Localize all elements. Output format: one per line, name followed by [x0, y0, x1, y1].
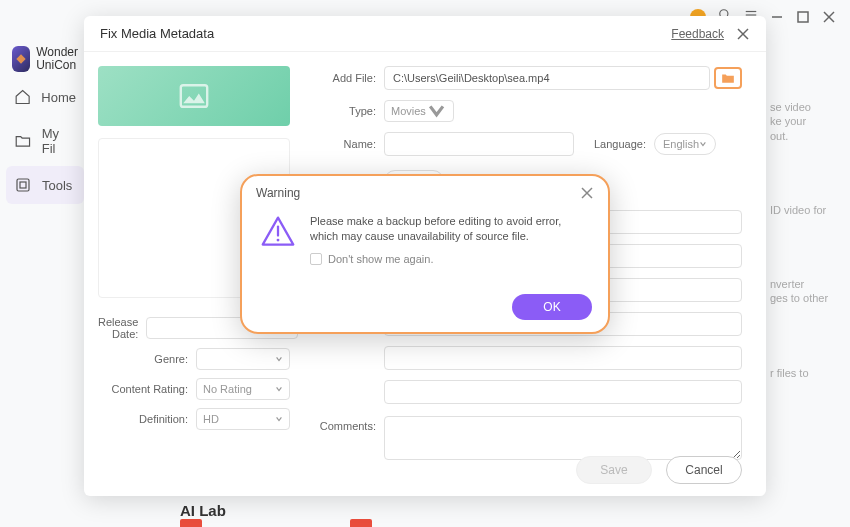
app-logo: WonderUniCon [0, 40, 90, 78]
save-button[interactable]: Save [576, 456, 652, 484]
warning-icon [260, 214, 296, 250]
ok-button[interactable]: OK [512, 294, 592, 320]
bg-text: r files to [770, 366, 830, 380]
image-icon [179, 84, 209, 108]
badge [350, 519, 372, 527]
folder-icon [721, 72, 735, 84]
metadata-field[interactable] [384, 380, 742, 404]
browse-button[interactable] [714, 67, 742, 89]
warning-title: Warning [256, 186, 300, 200]
minimize-button[interactable] [770, 10, 784, 24]
add-file-input[interactable] [384, 66, 710, 90]
chevron-down-icon [275, 415, 283, 423]
chevron-down-icon [275, 355, 283, 363]
field-label: Type: [312, 105, 376, 117]
svg-point-17 [277, 239, 280, 242]
field-label: Definition: [98, 413, 188, 425]
close-button[interactable] [822, 10, 836, 24]
field-label: Genre: [98, 353, 188, 365]
folder-icon [14, 132, 32, 150]
warning-message: Please make a backup before editing to a… [310, 214, 590, 245]
chevron-down-icon [699, 140, 707, 148]
language-select[interactable]: English [654, 133, 716, 155]
genre-select[interactable] [196, 348, 290, 370]
maximize-button[interactable] [796, 10, 810, 24]
feedback-link[interactable]: Feedback [671, 27, 724, 41]
svg-rect-10 [20, 182, 26, 188]
sidebar-item-tools[interactable]: Tools [6, 166, 84, 204]
chevron-down-icon [275, 385, 283, 393]
dialog-title: Fix Media Metadata [100, 26, 214, 41]
chevron-down-icon [426, 100, 447, 121]
brand-text-2: UniCon [36, 59, 78, 72]
field-label: Release Date: [98, 316, 138, 340]
logo-icon [12, 46, 30, 72]
close-icon[interactable] [736, 27, 750, 41]
type-select[interactable]: Movies [384, 100, 454, 122]
field-label: Language: [594, 138, 646, 150]
field-label: Content Rating: [98, 383, 188, 395]
home-icon [14, 88, 31, 106]
svg-rect-6 [798, 12, 808, 22]
svg-rect-13 [181, 85, 207, 107]
tools-icon [14, 176, 32, 194]
bg-text: nverterges to other [770, 277, 830, 306]
warning-dialog: Warning Please make a backup before edit… [240, 174, 610, 334]
bg-text: ID video for [770, 203, 830, 217]
section-heading: AI Lab [180, 502, 226, 519]
comments-input[interactable] [384, 416, 742, 460]
bg-text: se videoke yourout. [770, 100, 830, 143]
dont-show-checkbox[interactable] [310, 253, 322, 265]
cancel-button[interactable]: Cancel [666, 456, 742, 484]
badge [180, 519, 202, 527]
definition-select[interactable]: HD [196, 408, 290, 430]
sidebar-item-files[interactable]: My Fil [0, 116, 90, 166]
field-label: Comments: [312, 416, 376, 432]
sidebar-item-label: My Fil [42, 126, 76, 156]
close-icon[interactable] [580, 186, 594, 200]
sidebar-item-label: Home [41, 90, 76, 105]
field-label: Name: [312, 138, 376, 150]
sidebar-item-home[interactable]: Home [0, 78, 90, 116]
metadata-field[interactable] [384, 346, 742, 370]
sidebar-item-label: Tools [42, 178, 72, 193]
video-thumbnail [98, 66, 290, 126]
checkbox-label: Don't show me again. [328, 253, 433, 265]
svg-rect-9 [17, 179, 29, 191]
rating-select[interactable]: No Rating [196, 378, 290, 400]
name-input[interactable] [384, 132, 574, 156]
field-label: Add File: [312, 72, 376, 84]
